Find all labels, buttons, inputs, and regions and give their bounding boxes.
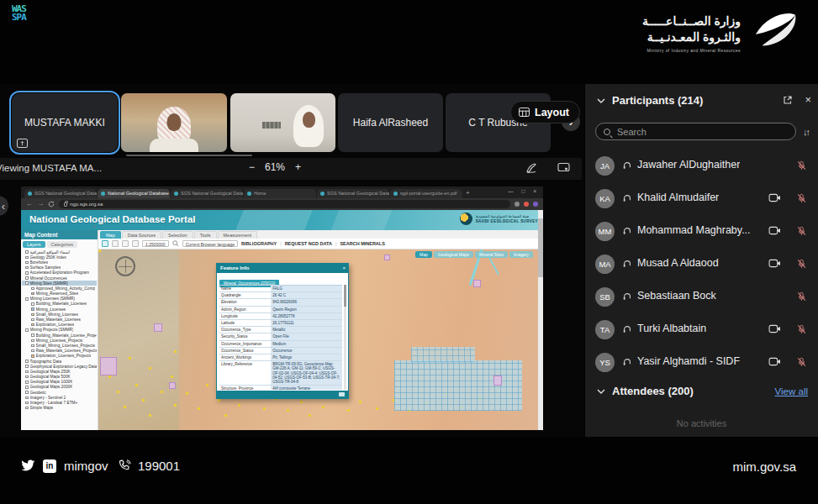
bibliography-link[interactable]: BIBLIOGRAPHY — [241, 241, 277, 246]
layer-checkbox[interactable] — [31, 349, 34, 353]
video-tile-camera-feed-1[interactable] — [121, 93, 227, 152]
close-panel-icon[interactable]: × — [805, 94, 811, 105]
layer-checkbox[interactable] — [31, 292, 34, 296]
layer-checkbox[interactable] — [25, 370, 29, 374]
browser-tab[interactable]: Home — [244, 189, 316, 198]
participant-row[interactable]: TA Turki Albabtain — [585, 313, 818, 346]
layer-checkbox[interactable] — [31, 313, 34, 317]
view-all-link[interactable]: View all — [775, 386, 808, 396]
view-options-icon[interactable] — [557, 162, 570, 173]
zoom-out-button[interactable]: − — [249, 161, 255, 173]
forward-icon[interactable]: → — [37, 198, 44, 210]
filmstrip-scrollbar[interactable] — [126, 155, 252, 156]
browser-scrollbar[interactable] — [538, 210, 543, 430]
layer-tree-item[interactable]: Geophysical Exploration Legacy Data — [22, 364, 97, 369]
layer-checkbox[interactable] — [31, 287, 34, 291]
popup-scrollbar[interactable] — [344, 285, 346, 390]
sort-icon[interactable]: ↓↑ — [803, 127, 809, 137]
browser-profile-avatar[interactable] — [533, 202, 538, 207]
search-input[interactable] — [615, 126, 788, 138]
participant-row[interactable]: JA Jawaher AlDughaither — [585, 150, 818, 182]
browser-tab[interactable]: SGS National Geological Datab — [24, 189, 97, 198]
layer-checkbox[interactable] — [25, 396, 29, 400]
layer-checkbox[interactable] — [31, 307, 34, 311]
layer-checkbox[interactable] — [25, 250, 29, 254]
participants-header[interactable]: Participants (214) — [597, 94, 703, 107]
layer-checkbox[interactable] — [25, 407, 29, 410]
request-ngd-data-link[interactable]: REQUEST NGD DATA — [285, 241, 332, 246]
layer-checkbox[interactable] — [25, 276, 29, 280]
layer-checkbox[interactable] — [31, 318, 34, 322]
zoom-in-button[interactable]: + — [295, 161, 301, 173]
layer-checkbox[interactable] — [31, 339, 34, 343]
language-select[interactable]: Current Browser language — [182, 240, 238, 247]
sidebar-tab[interactable]: Categories — [47, 241, 78, 248]
sidebar-tab[interactable]: Layers — [23, 241, 45, 248]
map-scale-select[interactable]: 1:2500000 — [142, 240, 169, 247]
video-tile-haifa-alrasheed[interactable]: Haifa AlRasheed — [338, 93, 443, 152]
video-tile-mustafa-makki[interactable]: MUSTAFA MAKKI — [12, 93, 118, 152]
extension-icon[interactable] — [524, 202, 529, 207]
back-icon[interactable]: ← — [26, 198, 33, 210]
basemap-chip[interactable]: Imagery — [509, 251, 533, 258]
layer-checkbox[interactable] — [25, 402, 29, 405]
layer-checkbox[interactable] — [25, 360, 29, 363]
portal-nav-tab[interactable]: Measurement — [218, 231, 258, 239]
layer-checkbox[interactable] — [25, 328, 29, 332]
basemap-chip[interactable]: Geological Maps — [434, 251, 473, 258]
participant-row[interactable]: MM Mohammad Maghraby... — [585, 215, 818, 248]
layer-checkbox[interactable] — [31, 302, 34, 306]
participant-row[interactable]: KA Khalid Almudaifer — [585, 182, 818, 215]
layer-checkbox[interactable] — [25, 266, 29, 270]
portal-nav-tab[interactable]: Selection — [162, 231, 193, 239]
portal-nav-tab[interactable]: Tools — [194, 231, 217, 239]
window-controls[interactable]: — □ × — [508, 188, 540, 194]
attendees-header[interactable]: Attendees (200) — [597, 385, 694, 397]
layer-checkbox[interactable] — [25, 297, 29, 301]
layer-checkbox[interactable] — [25, 281, 29, 285]
participant-row[interactable]: SB Sebastiaan Bock — [585, 281, 818, 313]
layer-checkbox[interactable] — [25, 365, 29, 368]
identify-tool-icon[interactable] — [122, 240, 129, 247]
pan-tool-icon[interactable] — [112, 240, 119, 247]
browser-tab[interactable]: National Geological Database P — [98, 189, 170, 198]
layer-checkbox[interactable] — [25, 271, 29, 275]
layer-checkbox[interactable] — [25, 375, 29, 379]
basemap-chip[interactable]: Map — [415, 251, 432, 258]
layer-checkbox[interactable] — [25, 381, 29, 384]
layer-checkbox[interactable] — [31, 333, 34, 337]
layer-checkbox[interactable] — [25, 391, 29, 394]
basemap-chip[interactable]: Mineral Sites — [475, 251, 508, 258]
map-search-icon[interactable] — [172, 240, 179, 247]
layout-button[interactable]: Layout — [510, 101, 580, 123]
layer-checkbox[interactable] — [31, 354, 34, 358]
portal-nav-tab[interactable]: Data Sources — [122, 231, 161, 239]
browser-tab[interactable]: SGS National Geological Datab — [317, 189, 389, 198]
participants-search[interactable] — [595, 123, 796, 140]
browser-tab[interactable]: sgd-portal-userguide-en.pdf — [390, 189, 462, 198]
layer-checkbox[interactable] — [31, 323, 34, 327]
map-canvas[interactable]: Map Geological Maps Mineral Sites — [98, 249, 538, 430]
layer-tree-item[interactable]: Accelerated Exploration Program — [22, 270, 97, 276]
video-tile-camera-feed-2[interactable] — [230, 93, 335, 152]
popup-close-icon[interactable]: × — [342, 264, 346, 273]
new-tab-button[interactable]: + — [466, 188, 470, 198]
pointer-tool-icon[interactable] — [102, 240, 108, 247]
popup-zoom-to-icon[interactable] — [339, 392, 345, 396]
portal-nav-tab[interactable]: Map — [100, 231, 121, 239]
layer-tree-item[interactable]: Simple Maps — [22, 406, 97, 411]
annotate-icon[interactable] — [525, 162, 537, 174]
search-minerals-link[interactable]: SEARCH MINERALS — [340, 241, 384, 246]
print-tool-icon[interactable] — [132, 240, 139, 247]
participant-row[interactable]: YS Yasir Alghamdi - SIDF — [585, 346, 818, 379]
layer-checkbox[interactable] — [25, 261, 29, 265]
pop-out-icon[interactable] — [783, 95, 793, 105]
layer-checkbox[interactable] — [31, 344, 34, 348]
browser-tab[interactable]: SGS National Geological Datab — [171, 189, 243, 198]
url-field[interactable]: ngp.sgs.org.sa — [59, 200, 510, 208]
extension-icon[interactable] — [515, 202, 520, 207]
layer-checkbox[interactable] — [25, 386, 29, 389]
reload-icon[interactable] — [48, 201, 55, 207]
participant-row[interactable]: MA Musad A Aldaood — [585, 248, 818, 281]
sidebar-close-icon[interactable]: × — [92, 223, 96, 229]
